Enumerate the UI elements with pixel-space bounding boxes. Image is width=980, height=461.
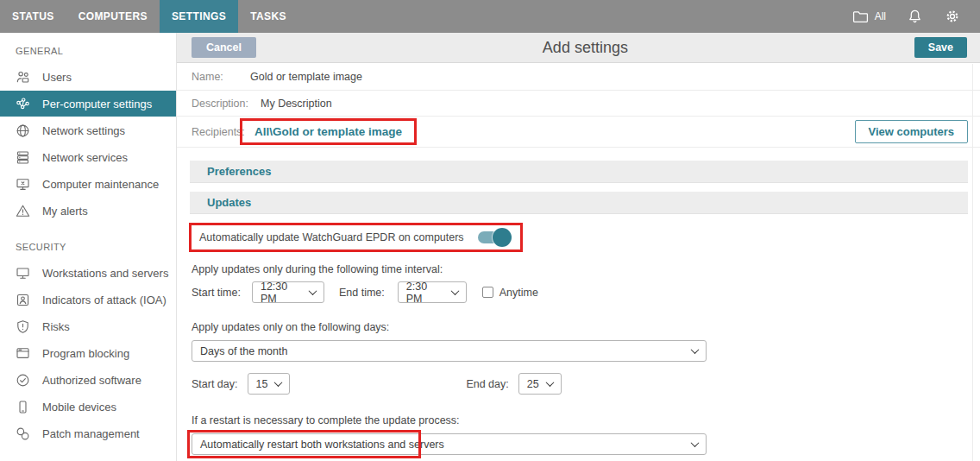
recipients-value-link[interactable]: All\Gold or template image (254, 125, 402, 138)
start-day-select[interactable]: 15 (248, 373, 291, 395)
warning-triangle-icon (15, 203, 31, 219)
description-value[interactable]: My Description (261, 98, 332, 110)
sidebar-item-risks[interactable]: Risks (0, 313, 176, 339)
window-icon (15, 345, 31, 362)
server-icon (15, 149, 31, 166)
start-time-label: Start time: (192, 287, 241, 299)
restart-label: If a restart is necessary to complete th… (192, 414, 980, 426)
anytime-label: Anytime (499, 287, 538, 299)
day-range-row: Start day: 15 End day: 25 (192, 373, 980, 395)
sidebar-section-title: SECURITY (16, 242, 176, 252)
bell-icon (907, 8, 923, 25)
phone-icon (15, 399, 31, 415)
sidebar-item-label: Mobile devices (42, 401, 116, 414)
start-time-select[interactable]: 12:30 PM (252, 281, 324, 303)
sidebar-item-mobile-devices[interactable]: Mobile devices (0, 394, 176, 420)
sidebar-item-program-blocking[interactable]: Program blocking (0, 340, 176, 366)
sidebar-item-workstations-and-servers[interactable]: Workstations and servers (0, 260, 176, 286)
globe-icon (15, 123, 31, 139)
editor-header: Cancel Add settings Save (177, 33, 980, 63)
end-time-label: End time: (339, 287, 385, 299)
days-select[interactable]: Days of the month (192, 340, 707, 362)
chevron-down-icon (545, 378, 554, 387)
tab-computers[interactable]: COMPUTERS (66, 0, 160, 33)
sidebar-item-label: Patch management (42, 427, 140, 440)
shield-alert-icon (15, 319, 31, 335)
sidebar-item-indicators-of-attack[interactable]: Indicators of attack (IOA) (0, 287, 176, 313)
end-day-select[interactable]: 25 (518, 373, 562, 395)
check-circle-icon (15, 372, 31, 388)
auto-update-label: Automatically update WatchGuard EPDR on … (199, 231, 464, 243)
days-label: Apply updates only on the following days… (192, 321, 980, 333)
monitor-x-icon (15, 176, 31, 193)
name-label: Name: (192, 71, 250, 83)
gear-icon (944, 8, 961, 25)
top-nav: STATUSCOMPUTERSSETTINGSTASKS All (0, 0, 980, 33)
end-day-label: End day: (466, 378, 508, 390)
sidebar-item-network-services[interactable]: Network services (0, 144, 176, 170)
cancel-button[interactable]: Cancel (192, 37, 256, 58)
updates-title: Updates (207, 196, 251, 209)
start-time-value: 12:30 PM (261, 281, 302, 305)
anytime-checkbox[interactable] (482, 287, 493, 298)
chevron-down-icon (274, 378, 283, 387)
sidebar-item-label: Computer maintenance (42, 178, 159, 191)
interval-label: Apply updates only during the following … (192, 263, 980, 275)
section-updates[interactable]: Updates (190, 192, 968, 214)
end-day-value: 25 (527, 378, 539, 390)
updates-content: Automatically update WatchGuard EPDR on … (177, 214, 980, 455)
start-day-label: Start day: (192, 378, 238, 390)
main-panel: Cancel Add settings Save Name: Gold or t… (177, 33, 980, 461)
sidebar-item-per-computer-settings[interactable]: Per-computer settings (0, 91, 176, 117)
name-value[interactable]: Gold or template image (250, 71, 362, 83)
sidebar-item-label: Users (42, 71, 72, 84)
sidebar-item-computer-maintenance[interactable]: Computer maintenance (0, 171, 176, 197)
sidebar-item-label: My alerts (42, 205, 88, 218)
auto-update-toggle[interactable] (478, 231, 509, 243)
tab-tasks[interactable]: TASKS (238, 0, 298, 33)
notifications-button[interactable] (907, 8, 923, 25)
monitor-icon (15, 265, 31, 281)
sidebar-item-label: Risks (42, 320, 70, 333)
restart-value: Automatically restart both workstations … (200, 439, 444, 451)
page-title: Add settings (256, 39, 914, 57)
person-badge-icon (15, 292, 31, 308)
nodes-icon (15, 96, 31, 112)
recipients-highlight-box: All\Gold or template image (240, 118, 417, 145)
days-value: Days of the month (200, 345, 287, 357)
tab-status[interactable]: STATUS (0, 0, 66, 33)
chevron-down-icon (691, 439, 700, 447)
sidebar-item-my-alerts[interactable]: My alerts (0, 198, 176, 224)
description-row: Description: My Description (177, 91, 980, 117)
name-row: Name: Gold or template image (177, 63, 980, 91)
save-button[interactable]: Save (914, 37, 967, 58)
auto-update-highlight-box: Automatically update WatchGuard EPDR on … (189, 223, 523, 252)
section-preferences[interactable]: Preferences (190, 161, 968, 183)
sidebar-item-patch-management[interactable]: Patch management (0, 420, 176, 446)
sidebar-item-authorized-software[interactable]: Authorized software (0, 367, 176, 393)
users-icon (15, 69, 31, 85)
sidebar-item-label: Workstations and servers (42, 267, 168, 280)
view-computers-button[interactable]: View computers (855, 120, 968, 143)
recipients-row: Recipients: All\Gold or template image V… (177, 117, 980, 148)
sidebar-item-label: Per-computer settings (42, 98, 152, 111)
chevron-down-icon (450, 287, 459, 295)
chevron-down-icon (691, 345, 700, 354)
start-day-value: 15 (256, 378, 268, 390)
sidebar-item-network-settings[interactable]: Network settings (0, 117, 176, 143)
sidebar-item-label: Network settings (42, 124, 125, 137)
settings-menu-button[interactable] (944, 8, 961, 25)
group-filter-label: All (875, 10, 886, 22)
nav-right-icons: All (852, 0, 980, 33)
folder-icon (852, 9, 869, 23)
end-time-select[interactable]: 2:30 PM (398, 281, 467, 303)
group-filter[interactable]: All (852, 9, 886, 23)
sidebar: GENERALUsersPer-computer settingsNetwork… (0, 33, 177, 461)
description-label: Description: (192, 98, 250, 110)
tab-settings[interactable]: SETTINGS (160, 0, 238, 33)
end-time-value: 2:30 PM (406, 281, 444, 305)
scrollbar-gutter[interactable] (972, 64, 973, 461)
restart-select[interactable]: Automatically restart both workstations … (192, 433, 707, 455)
sidebar-item-users[interactable]: Users (0, 64, 176, 90)
sidebar-item-label: Indicators of attack (IOA) (42, 294, 166, 306)
